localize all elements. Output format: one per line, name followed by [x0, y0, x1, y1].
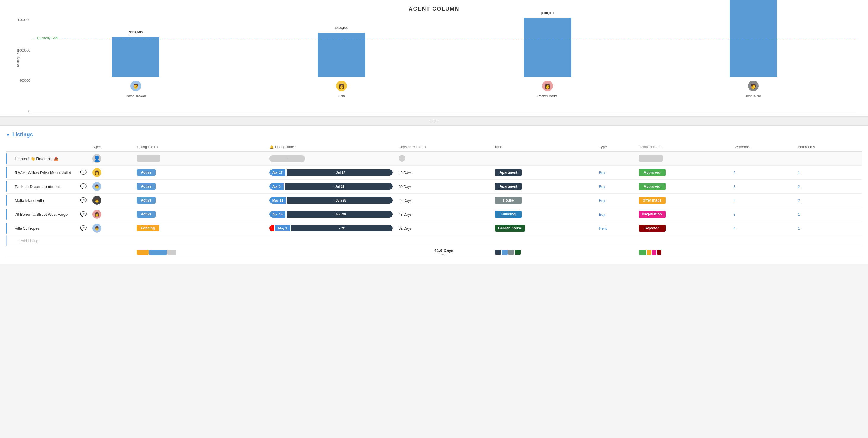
add-listing-cell[interactable]: + Add Listing [12, 235, 862, 246]
hi-kind-cell [492, 152, 636, 166]
time-cell-villa-tropez: ! May 1 - 22 [267, 221, 396, 235]
y-tick-0: 0 [28, 110, 30, 113]
indicator-hi [6, 152, 12, 166]
agent-cell-villa-tropez: 👨 [90, 221, 134, 235]
type-cell-bohemia: Buy [596, 208, 636, 221]
th-agent: Agent [90, 143, 134, 152]
th-bedrooms: Bedrooms [731, 143, 795, 152]
th-days-on-market: Days on Market ℹ [396, 143, 492, 152]
status-badge-bohemia: Active [137, 211, 156, 218]
add-listing-button[interactable]: + Add Listing [15, 237, 41, 245]
kind-cell-villa-tropez: Garden house [492, 221, 596, 235]
bar-group-rachel: $600,000 👩 Rachel Marks [524, 11, 571, 98]
time-badge-parisian: Apr 3 - Jul 22 [270, 183, 393, 190]
contract-cell-villa-tropez: Rejected [636, 221, 731, 235]
time-badge-west-willow: Apr 17 - Jul 27 [270, 169, 393, 176]
hi-bath-cell [795, 152, 862, 166]
days-cell-parisian: 60 Days [396, 180, 492, 193]
type-cell-malta: Buy [596, 193, 636, 208]
bathrooms-cell-parisian: 2 [795, 180, 862, 193]
table-row-parisian: Parisian Dream apartment 💬 👨 Active Apr … [6, 180, 862, 193]
listing-name-bohemia[interactable]: 78 Bohemia Street West Fargo [12, 208, 77, 221]
status-cell-villa-tropez: Pending [134, 221, 266, 235]
contract-cell-parisian: Approved [636, 180, 731, 193]
th-kind: Kind [492, 143, 596, 152]
chart-bars-container: Quarterly Goal $403,500 👨 Rafael makan $… [33, 18, 856, 113]
kind-cell-west-willow: Apartment [492, 166, 596, 180]
comment-icon-villa-tropez[interactable]: 💬 [77, 221, 90, 235]
table-row-villa-tropez: Villa St Tropez 💬 👨 Pending ! May 1 - 22 [6, 221, 862, 235]
bell-icon: 🔔 [270, 145, 274, 149]
indicator-malta [6, 193, 12, 208]
days-cell-villa-tropez: 32 Days [396, 221, 492, 235]
hi-there-name: Hi there! 👋 Read this 📤 [12, 152, 90, 166]
info-icon-days: ℹ [425, 145, 426, 149]
bedrooms-cell-bohemia: 3 [731, 208, 795, 221]
contract-cell-malta: Offer made [636, 193, 731, 208]
time-badge-malta: May 11 - Jun 25 [270, 197, 393, 204]
table-row-bohemia: 78 Bohemia Street West Fargo 💬 👩 Active … [6, 208, 862, 221]
avatar-john: 🧑 [748, 81, 758, 91]
hi-time-cell: - [267, 152, 396, 166]
hi-status-cell [134, 152, 266, 166]
agent-cell-bohemia: 👩 [90, 208, 134, 221]
bar-value-pam: $450,000 [335, 26, 348, 30]
status-badge-parisian: Active [137, 183, 156, 190]
time-badge-villa-tropez: ! May 1 - 22 [270, 225, 393, 231]
agent-avatar-villa-tropez: 👨 [92, 224, 101, 232]
bathrooms-cell-malta: 2 [795, 193, 862, 208]
gray-days-circle [399, 155, 405, 161]
table-header-row: Agent Listing Status 🔔 Listing Time ℹ Da… [6, 143, 862, 152]
avatar-rafael: 👨 [130, 81, 141, 91]
bar-value-rafael: $403,500 [129, 31, 143, 34]
days-cell-malta: 22 Days [396, 193, 492, 208]
table-row-malta: Malta Island Villa 💬 👨 Active May 11 - J… [6, 193, 862, 208]
add-listing-row: + Add Listing [6, 235, 862, 246]
status-cell-parisian: Active [134, 180, 266, 193]
listing-name-malta[interactable]: Malta Island Villa [12, 193, 77, 208]
bar-group-rafael: $403,500 👨 Rafael makan [112, 31, 159, 98]
agent-cell-parisian: 👨 [90, 180, 134, 193]
listing-name-villa-tropez[interactable]: Villa St Tropez [12, 221, 77, 235]
agent-cell-malta: 👨 [90, 193, 134, 208]
kind-cell-malta: House [492, 193, 596, 208]
status-badge-villa-tropez: Pending [137, 225, 159, 231]
info-icon-listing-time: ℹ [295, 145, 297, 149]
agent-avatar-west-willow: 👩 [92, 168, 101, 177]
comment-icon-bohemia[interactable]: 💬 [77, 208, 90, 221]
hi-days-cell [396, 152, 492, 166]
gray-status-placeholder [137, 155, 160, 161]
chevron-down-icon[interactable]: ▼ [6, 132, 10, 137]
avatar-pam: 👩 [336, 81, 347, 91]
table-section: ▼ Listings Agent Listing Status 🔔 Listin… [0, 126, 868, 264]
agent-avatar-malta: 👨 [92, 196, 101, 205]
comment-icon-parisian[interactable]: 💬 [77, 180, 90, 193]
bedrooms-cell-parisian: 3 [731, 180, 795, 193]
agent-name-john: John Word [745, 94, 761, 98]
th-listing-time: 🔔 Listing Time ℹ [267, 143, 396, 152]
chart-section: AGENT COLUMN Asking Price 1500000 100000… [0, 0, 868, 117]
bar-group-john: $1,094,200 🧑 John Word [730, 0, 777, 98]
listing-name-parisian[interactable]: Parisian Dream apartment [12, 180, 77, 193]
chart-area: Asking Price 1500000 1000000 500000 0 Qu… [12, 18, 856, 113]
days-cell-west-willow: 46 Days [396, 166, 492, 180]
footer-summary-row: 41.6 Days avg [6, 246, 862, 258]
listing-name-west-willow[interactable]: 5 West Willow Drive Mount Juliet [12, 166, 77, 180]
th-indicator [6, 143, 12, 152]
th-type: Type [596, 143, 636, 152]
bathrooms-cell-villa-tropez: 1 [795, 221, 862, 235]
indicator-bohemia [6, 208, 12, 221]
agent-name-rafael: Rafael makan [126, 94, 146, 98]
bedrooms-cell-west-willow: 2 [731, 166, 795, 180]
person-placeholder-icon: 👤 [92, 154, 101, 163]
bars-row: $403,500 👨 Rafael makan $450,000 👩 Pam $… [33, 18, 856, 98]
comment-icon-west-willow[interactable]: 💬 [77, 166, 90, 180]
bedrooms-cell-malta: 2 [731, 193, 795, 208]
time-cell-west-willow: Apr 17 - Jul 27 [267, 166, 396, 180]
bar-john [730, 0, 777, 77]
days-cell-bohemia: 48 Days [396, 208, 492, 221]
contract-cell-west-willow: Approved [636, 166, 731, 180]
avatar-rachel: 👩 [542, 81, 553, 91]
comment-icon-malta[interactable]: 💬 [77, 193, 90, 208]
drag-handle[interactable]: ⠿⠿⠿ [0, 117, 868, 126]
